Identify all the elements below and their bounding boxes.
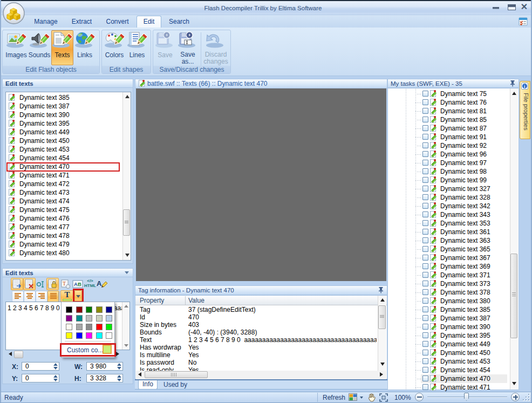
svg-text:A: A [97, 279, 102, 288]
svg-text:B: B [78, 281, 81, 287]
svg-text:T: T [63, 281, 66, 286]
svg-text:A: A [74, 281, 78, 287]
